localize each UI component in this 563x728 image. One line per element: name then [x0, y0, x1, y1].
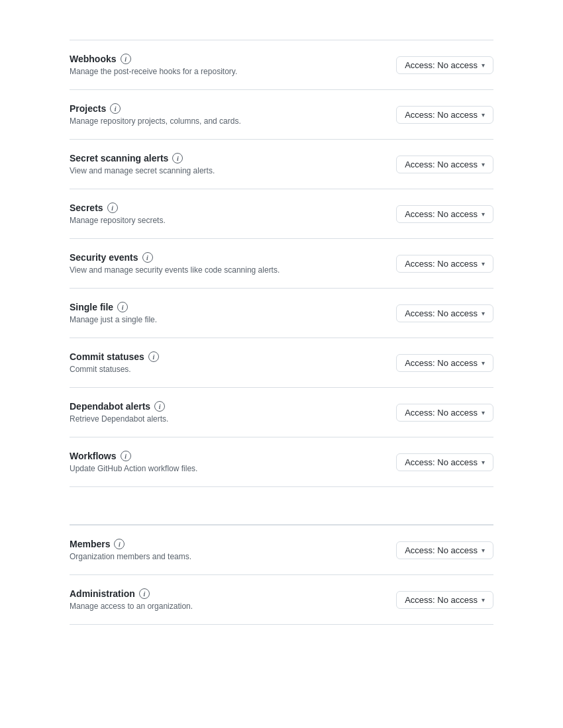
access-dropdown-security-events: Access: No access▾ [396, 255, 493, 273]
permission-info-workflows: WorkflowsiUpdate GitHub Action workflow … [70, 451, 396, 473]
permission-title-administration: Administrationi [70, 588, 370, 599]
organization-permissions-section: MembersiOrganization members and teams.A… [70, 487, 493, 625]
permission-title-text-workflows: Workflows [70, 451, 117, 461]
access-button-label-security-events: Access: No access [405, 259, 478, 269]
chevron-down-icon-secrets: ▾ [482, 210, 485, 218]
permission-info-single-file: Single fileiManage just a single file. [70, 302, 396, 324]
chevron-down-icon-secret-scanning-alerts: ▾ [482, 161, 485, 168]
info-icon-security-events[interactable]: i [142, 252, 153, 263]
info-icon-single-file[interactable]: i [117, 302, 128, 312]
permission-description-administration: Manage access to an organization. [70, 602, 370, 611]
permission-row-secret-scanning-alerts: Secret scanning alertsiView and manage s… [70, 140, 493, 189]
info-icon-workflows[interactable]: i [121, 451, 131, 461]
repository-permissions-section: WebhooksiManage the post-receive hooks f… [70, 40, 493, 487]
permission-title-secret-scanning-alerts: Secret scanning alertsi [70, 153, 370, 163]
access-dropdown-dependabot-alerts: Access: No access▾ [396, 404, 493, 422]
access-button-webhooks[interactable]: Access: No access▾ [396, 56, 493, 74]
permission-description-workflows: Update GitHub Action workflow files. [70, 464, 370, 473]
access-dropdown-secret-scanning-alerts: Access: No access▾ [396, 156, 493, 173]
access-button-secrets[interactable]: Access: No access▾ [396, 205, 493, 223]
access-button-commit-statuses[interactable]: Access: No access▾ [396, 354, 493, 372]
permission-row-dependabot-alerts: Dependabot alertsiRetrieve Dependabot al… [70, 388, 493, 437]
chevron-down-icon-members: ▾ [482, 547, 485, 554]
permission-title-webhooks: Webhooksi [70, 54, 370, 64]
permission-info-administration: AdministrationiManage access to an organ… [70, 588, 396, 611]
permission-info-secret-scanning-alerts: Secret scanning alertsiView and manage s… [70, 153, 396, 175]
permission-info-projects: ProjectsiManage repository projects, col… [70, 103, 396, 126]
permission-description-dependabot-alerts: Retrieve Dependabot alerts. [70, 414, 370, 424]
info-icon-dependabot-alerts[interactable]: i [154, 401, 165, 412]
permission-description-projects: Manage repository projects, columns, and… [70, 116, 370, 126]
access-button-label-webhooks: Access: No access [405, 60, 478, 70]
access-dropdown-administration: Access: No access▾ [396, 591, 493, 609]
organization-permissions-title [70, 487, 493, 514]
permission-title-text-security-events: Security events [70, 252, 138, 263]
permission-title-workflows: Workflowsi [70, 451, 370, 461]
permission-title-dependabot-alerts: Dependabot alertsi [70, 401, 370, 412]
permission-row-secrets: SecretsiManage repository secrets.Access… [70, 189, 493, 239]
access-button-label-members: Access: No access [405, 545, 478, 555]
permission-title-text-members: Members [70, 539, 110, 549]
access-button-security-events[interactable]: Access: No access▾ [396, 255, 493, 273]
permission-row-administration: AdministrationiManage access to an organ… [70, 575, 493, 625]
permission-title-text-administration: Administration [70, 588, 135, 599]
permission-row-webhooks: WebhooksiManage the post-receive hooks f… [70, 40, 493, 90]
permission-info-dependabot-alerts: Dependabot alertsiRetrieve Dependabot al… [70, 401, 396, 424]
access-button-label-dependabot-alerts: Access: No access [405, 408, 478, 418]
info-icon-commit-statuses[interactable]: i [148, 351, 159, 362]
info-icon-secrets[interactable]: i [107, 203, 118, 213]
chevron-down-icon-security-events: ▾ [482, 260, 485, 267]
permission-title-single-file: Single filei [70, 302, 370, 312]
permission-row-members: MembersiOrganization members and teams.A… [70, 525, 493, 575]
info-icon-members[interactable]: i [114, 539, 125, 549]
access-button-label-secret-scanning-alerts: Access: No access [405, 159, 478, 169]
chevron-down-icon-dependabot-alerts: ▾ [482, 409, 485, 416]
permission-title-text-projects: Projects [70, 103, 106, 114]
info-icon-secret-scanning-alerts[interactable]: i [172, 153, 183, 163]
permission-title-projects: Projectsi [70, 103, 370, 114]
access-dropdown-single-file: Access: No access▾ [396, 304, 493, 322]
permission-title-secrets: Secretsi [70, 203, 370, 213]
access-button-members[interactable]: Access: No access▾ [396, 541, 493, 559]
info-icon-administration[interactable]: i [139, 588, 150, 599]
access-button-single-file[interactable]: Access: No access▾ [396, 304, 493, 322]
access-button-label-secrets: Access: No access [405, 209, 478, 219]
permission-row-commit-statuses: Commit statusesiCommit statuses.Access: … [70, 338, 493, 388]
access-dropdown-webhooks: Access: No access▾ [396, 56, 493, 74]
access-button-projects[interactable]: Access: No access▾ [396, 106, 493, 124]
permission-title-members: Membersi [70, 539, 370, 549]
access-button-label-projects: Access: No access [405, 110, 478, 120]
access-button-dependabot-alerts[interactable]: Access: No access▾ [396, 404, 493, 422]
access-button-workflows[interactable]: Access: No access▾ [396, 453, 493, 471]
permission-description-members: Organization members and teams. [70, 552, 370, 561]
info-icon-projects[interactable]: i [110, 103, 121, 114]
permission-title-commit-statuses: Commit statusesi [70, 351, 370, 362]
chevron-down-icon-webhooks: ▾ [482, 62, 485, 69]
permission-description-single-file: Manage just a single file. [70, 315, 370, 324]
permission-title-security-events: Security eventsi [70, 252, 370, 263]
permission-info-members: MembersiOrganization members and teams. [70, 539, 396, 561]
chevron-down-icon-projects: ▾ [482, 111, 485, 118]
chevron-down-icon-administration: ▾ [482, 596, 485, 604]
permission-description-secret-scanning-alerts: View and manage secret scanning alerts. [70, 166, 370, 175]
access-button-administration[interactable]: Access: No access▾ [396, 591, 493, 609]
permission-description-webhooks: Manage the post-receive hooks for a repo… [70, 67, 370, 76]
permission-info-secrets: SecretsiManage repository secrets. [70, 203, 396, 225]
access-dropdown-members: Access: No access▾ [396, 541, 493, 559]
access-button-label-workflows: Access: No access [405, 457, 478, 467]
access-dropdown-projects: Access: No access▾ [396, 106, 493, 124]
access-button-label-administration: Access: No access [405, 595, 478, 605]
permission-row-security-events: Security eventsiView and manage security… [70, 239, 493, 289]
permission-title-text-dependabot-alerts: Dependabot alerts [70, 401, 150, 412]
permission-title-text-single-file: Single file [70, 302, 113, 312]
permission-row-workflows: WorkflowsiUpdate GitHub Action workflow … [70, 437, 493, 487]
permission-info-webhooks: WebhooksiManage the post-receive hooks f… [70, 54, 396, 76]
access-dropdown-secrets: Access: No access▾ [396, 205, 493, 223]
permission-row-single-file: Single fileiManage just a single file.Ac… [70, 289, 493, 338]
access-button-label-commit-statuses: Access: No access [405, 358, 478, 368]
permission-title-text-commit-statuses: Commit statuses [70, 351, 144, 362]
access-button-secret-scanning-alerts[interactable]: Access: No access▾ [396, 156, 493, 173]
chevron-down-icon-commit-statuses: ▾ [482, 359, 485, 367]
permission-title-text-secret-scanning-alerts: Secret scanning alerts [70, 153, 168, 163]
info-icon-webhooks[interactable]: i [121, 54, 131, 64]
